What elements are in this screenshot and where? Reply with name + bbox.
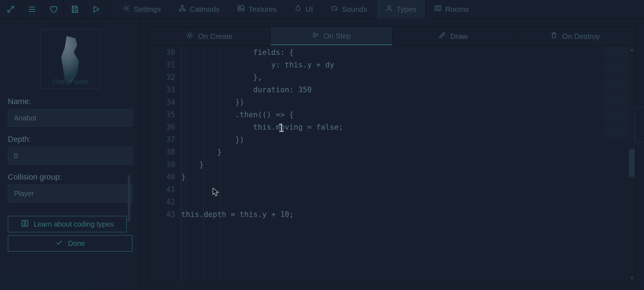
code-lines: fields: { y: this.y + dy }, duration: 35… (181, 46, 636, 221)
tab-catmods[interactable]: Catmods (170, 0, 229, 19)
modules-icon (178, 4, 186, 14)
code-editor[interactable]: 3031323334353637383940414243 fields: { y… (148, 46, 636, 282)
change-sprite-label: Change sprite (41, 79, 100, 85)
done-label: Done (68, 239, 85, 248)
minimap[interactable] (604, 46, 629, 139)
code-tab-draw[interactable]: Draw (392, 27, 514, 45)
collision-input[interactable] (8, 185, 132, 202)
depth-label: Depth: (8, 135, 132, 144)
done-button[interactable]: Done (8, 235, 132, 252)
person-icon (385, 4, 393, 14)
check-icon (55, 239, 63, 248)
depth-input[interactable] (8, 147, 132, 165)
code-tab-onstep[interactable]: On Step (271, 27, 393, 45)
tab-label: Textures (248, 5, 277, 14)
tab-label: UI (305, 5, 313, 14)
book-icon (21, 219, 29, 229)
svg-point-6 (388, 6, 390, 8)
svg-point-0 (125, 7, 127, 9)
tab-label: Types (397, 5, 417, 14)
learn-button[interactable]: Learn about coding types (8, 216, 127, 232)
code-tab-label: Draw (450, 32, 468, 41)
scroll-up-icon[interactable]: ▲ (629, 47, 634, 52)
sun-icon (186, 31, 194, 41)
map-icon (434, 4, 442, 14)
code-tab-label: On Create (198, 32, 232, 41)
scrollbar-thumb[interactable] (629, 149, 635, 177)
save-button[interactable] (64, 0, 85, 19)
step-icon (311, 31, 319, 41)
line-gutter: 3031323334353637383940414243 (148, 46, 181, 282)
tab-settings[interactable]: Settings (114, 0, 170, 19)
trash-icon (550, 31, 558, 41)
sprite-image (52, 36, 88, 82)
tab-sounds[interactable]: Sounds (322, 0, 376, 19)
gear-icon (122, 4, 130, 14)
scroll-down-icon[interactable]: ▼ (629, 275, 634, 280)
learn-label: Learn about coding types (34, 220, 114, 228)
tab-textures[interactable]: Textures (229, 0, 286, 19)
tab-ui[interactable]: UI (286, 0, 322, 19)
name-label: Name: (8, 97, 132, 106)
code-tab-label: On Destroy (562, 32, 600, 41)
favorite-button[interactable] (43, 0, 64, 19)
type-sidebar: Change sprite Name: Depth: Collision gro… (0, 19, 141, 290)
sprite-preview[interactable]: Change sprite (40, 29, 100, 89)
svg-point-2 (183, 9, 185, 11)
code-event-tabs: On Create On Step Draw On Destroy (148, 27, 636, 46)
collision-label: Collision group: (8, 172, 132, 182)
svg-point-1 (179, 9, 182, 11)
pencil-icon (438, 31, 446, 41)
topbar: Settings Catmods Textures UI Sounds Type… (0, 0, 644, 19)
svg-point-7 (189, 34, 191, 36)
tab-rooms[interactable]: Rooms (425, 0, 478, 19)
headphones-icon (330, 4, 338, 14)
name-input[interactable] (8, 109, 132, 127)
tab-label: Sounds (342, 5, 367, 14)
menu-button[interactable] (21, 0, 43, 19)
svg-point-3 (181, 5, 183, 7)
play-button[interactable] (85, 0, 107, 19)
code-tab-ondestroy[interactable]: On Destroy (514, 27, 636, 45)
image-icon (237, 4, 245, 14)
tab-label: Settings (134, 5, 161, 14)
fullscreen-button[interactable] (0, 0, 21, 19)
code-tab-oncreate[interactable]: On Create (148, 27, 271, 45)
tab-label: Rooms (445, 5, 469, 14)
sidebar-scrollbar[interactable] (128, 175, 130, 222)
tab-types[interactable]: Types (376, 0, 425, 19)
droplet-icon (294, 4, 302, 14)
tab-label: Catmods (190, 5, 220, 14)
code-tab-label: On Step (324, 32, 351, 40)
svg-rect-4 (238, 6, 244, 11)
code-editor-panel: On Create On Step Draw On Destroy 303132… (148, 27, 636, 282)
right-panel-handle[interactable] (635, 107, 644, 143)
